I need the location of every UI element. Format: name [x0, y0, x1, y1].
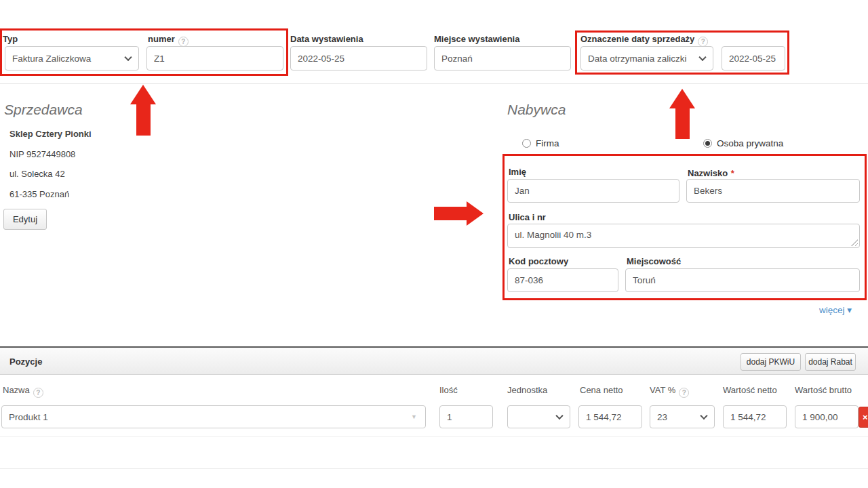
oznaczenie-select-value: Data otrzymania zaliczki: [588, 54, 687, 64]
col-nazwa-label: Nazwa: [3, 385, 30, 395]
divider: [0, 436, 868, 437]
osoba-prywatna-radio-label[interactable]: Osoba prywatna: [717, 138, 783, 148]
caret-down-icon: ▾: [847, 305, 852, 315]
produkt-combobox[interactable]: Produkt 1 ▼: [1, 405, 426, 428]
numer-label: numer: [148, 34, 175, 44]
ulica-label: Ulica i nr: [509, 212, 546, 222]
wartosc-brutto-input[interactable]: [795, 405, 859, 428]
delete-row-button[interactable]: ×: [859, 407, 868, 428]
col-vat-label: VAT %: [650, 385, 675, 395]
col-wartosc-brutto-label: Wartość brutto: [795, 385, 852, 395]
seller-name: Sklep Cztery Pionki: [9, 129, 92, 139]
produkt-combobox-value: Produkt 1: [9, 412, 48, 422]
cena-netto-input[interactable]: [578, 405, 642, 428]
chevron-down-icon: [698, 54, 706, 61]
seller-heading: Sprzedawca: [4, 102, 83, 118]
nazwisko-label: Nazwisko: [688, 168, 728, 178]
seller-street: ul. Solecka 42: [9, 169, 65, 179]
miejsce-wystawienia-input[interactable]: [434, 46, 571, 70]
wiecej-link[interactable]: więcej ▾: [819, 304, 852, 315]
dodaj-rabat-button[interactable]: dodaj Rabat: [805, 353, 856, 371]
data-wystawienia-input[interactable]: [290, 46, 427, 70]
typ-label: Typ: [3, 34, 18, 44]
help-icon[interactable]: ?: [178, 37, 189, 47]
seller-edit-button[interactable]: Edytuj: [3, 209, 47, 230]
invoice-form-page: Typ Faktura Zaliczkowa numer? Data wysta…: [0, 0, 868, 488]
miejscowosc-label: Miejscowość: [627, 256, 681, 266]
dodaj-pkwiu-button[interactable]: dodaj PKWiU: [741, 353, 801, 371]
imie-label: Imię: [509, 167, 526, 177]
jednostka-select[interactable]: [507, 405, 570, 428]
vat-select[interactable]: 23: [650, 405, 715, 428]
required-asterisk: *: [731, 168, 734, 178]
seller-nip: NIP 9527449808: [9, 149, 75, 159]
pozycje-heading: Pozycje: [9, 357, 42, 367]
col-cena-netto-label: Cena netto: [580, 385, 623, 395]
data-wystawienia-label: Data wystawienia: [290, 34, 363, 44]
seller-city: 61-335 Poznań: [9, 189, 69, 199]
chevron-down-icon: [700, 412, 707, 420]
help-icon[interactable]: ?: [698, 37, 708, 47]
kod-pocztowy-label: Kod pocztowy: [509, 256, 568, 266]
divider: [0, 468, 868, 469]
firma-radio[interactable]: [522, 139, 531, 148]
col-ilosc-label: Ilość: [439, 385, 458, 395]
typ-select-value: Faktura Zaliczkowa: [12, 54, 91, 64]
miejsce-wystawienia-label: Miejsce wystawienia: [434, 34, 519, 44]
pozycje-header-bar: Pozycje dodaj PKWiU dodaj Rabat: [0, 346, 868, 375]
dropdown-icon: ▼: [411, 413, 417, 420]
miejscowosc-input[interactable]: [625, 268, 860, 292]
wartosc-netto-input[interactable]: [723, 405, 787, 428]
buyer-heading: Nabywca: [507, 102, 566, 118]
chevron-down-icon: [555, 412, 563, 420]
firma-radio-label[interactable]: Firma: [536, 138, 559, 148]
typ-select[interactable]: Faktura Zaliczkowa: [5, 46, 139, 70]
divider: [0, 83, 868, 84]
ulica-textarea[interactable]: ul. Magnolii 40 m.3: [507, 224, 860, 248]
chevron-down-icon: [124, 54, 132, 61]
osoba-prywatna-radio[interactable]: [703, 139, 712, 148]
kod-pocztowy-input[interactable]: [507, 268, 618, 292]
numer-input[interactable]: [146, 46, 283, 70]
col-jednostka-label: Jednostka: [507, 385, 547, 395]
oznaczenie-date-input[interactable]: [722, 46, 785, 70]
vat-select-value: 23: [657, 412, 667, 422]
imie-input[interactable]: [507, 179, 679, 203]
oznaczenie-select[interactable]: Data otrzymania zaliczki: [580, 46, 713, 70]
ilosc-input[interactable]: [439, 405, 493, 428]
nazwisko-input[interactable]: [686, 179, 860, 203]
help-icon[interactable]: ?: [679, 388, 689, 398]
oznaczenie-label: Oznaczenie daty sprzedaży: [580, 34, 694, 44]
help-icon[interactable]: ?: [33, 388, 43, 398]
col-wartosc-netto-label: Wartość netto: [723, 385, 777, 395]
